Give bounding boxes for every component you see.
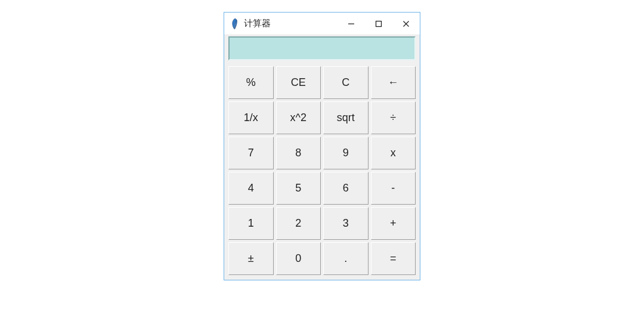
digit-1-button[interactable]: 1 [228,207,274,240]
svg-rect-1 [376,21,382,26]
equals-button[interactable]: = [371,242,416,275]
display-input[interactable] [228,36,416,60]
window-title: 计算器 [244,18,271,29]
close-icon [402,20,410,27]
plus-minus-button[interactable]: ± [228,242,274,275]
clear-entry-button[interactable]: CE [276,66,321,99]
clear-button[interactable]: C [323,66,369,99]
subtract-button[interactable]: - [371,172,416,205]
divide-button[interactable]: ÷ [371,101,416,134]
digit-7-button[interactable]: 7 [228,137,274,169]
digit-8-button[interactable]: 8 [276,137,321,169]
digit-3-button[interactable]: 3 [323,207,369,240]
digit-9-button[interactable]: 9 [323,137,369,169]
digit-2-button[interactable]: 2 [276,207,321,240]
backspace-button[interactable]: ← [371,66,416,99]
maximize-button[interactable] [365,13,392,35]
digit-5-button[interactable]: 5 [276,172,321,205]
digit-6-button[interactable]: 6 [323,172,369,205]
percent-button[interactable]: % [228,66,274,99]
feather-icon [230,17,240,30]
digit-4-button[interactable]: 4 [228,172,274,205]
multiply-button[interactable]: x [371,137,416,169]
decimal-button[interactable]: . [323,242,369,275]
titlebar: 计算器 [224,13,420,35]
add-button[interactable]: + [371,207,416,240]
display-area [224,35,420,66]
minimize-button[interactable] [338,13,365,35]
calculator-window: 计算器 % CE C ← 1/x x^2 sqrt ÷ 7 8 9 x 4 5 … [224,12,420,280]
keypad: % CE C ← 1/x x^2 sqrt ÷ 7 8 9 x 4 5 6 - … [224,66,420,280]
reciprocal-button[interactable]: 1/x [228,101,274,134]
square-button[interactable]: x^2 [276,101,321,134]
close-button[interactable] [392,13,420,35]
digit-0-button[interactable]: 0 [276,242,321,275]
minimize-icon [348,20,355,27]
sqrt-button[interactable]: sqrt [323,101,369,134]
maximize-icon [375,20,382,27]
